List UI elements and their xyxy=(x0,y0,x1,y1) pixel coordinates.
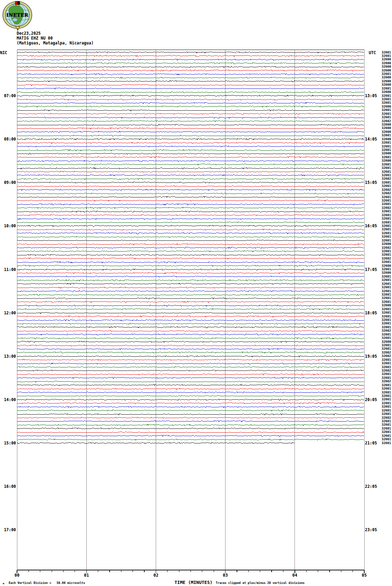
row-sample-count: 32602 xyxy=(382,177,392,180)
trace-row xyxy=(17,262,364,263)
right-hour-label: 20:05 xyxy=(365,397,380,402)
row-sample-count: 32601 xyxy=(382,261,392,264)
trace-row xyxy=(17,186,364,187)
trace-row xyxy=(17,160,364,162)
row-sample-count: 32602 xyxy=(382,329,392,332)
trace-row xyxy=(17,388,364,390)
trace-row xyxy=(17,395,364,397)
trace-row xyxy=(17,417,364,418)
trace-row xyxy=(17,290,364,292)
row-sample-count: 32601 xyxy=(382,358,392,362)
row-sample-count: 32601 xyxy=(382,311,392,314)
trace-row xyxy=(17,135,364,136)
row-sample-count: 32600 xyxy=(382,65,392,68)
trace-row xyxy=(17,348,364,350)
trace-row xyxy=(17,341,364,342)
trace-row xyxy=(17,410,364,411)
row-sample-count: 32601 xyxy=(382,315,392,318)
trace-row xyxy=(17,164,364,165)
right-hour-label: 22:05 xyxy=(365,484,380,489)
row-sample-count: 32601 xyxy=(382,199,392,202)
row-sample-count: 32602 xyxy=(382,257,392,260)
trace-row xyxy=(17,308,364,310)
x-tick-label: 05 xyxy=(360,573,369,578)
row-sample-count: 32601 xyxy=(382,235,392,238)
trace-row xyxy=(17,193,364,194)
row-sample-count: 32600 xyxy=(382,91,392,94)
trace-row xyxy=(17,150,364,151)
row-sample-count: 32600 xyxy=(382,83,392,86)
row-sample-count: 32601 xyxy=(382,322,392,325)
row-sample-count: 32600 xyxy=(382,127,392,130)
row-sample-count: 32600 xyxy=(382,76,392,79)
trace-row xyxy=(17,214,364,216)
trace-row xyxy=(17,250,364,252)
row-sample-count: 32601 xyxy=(382,253,392,256)
trace-row xyxy=(17,240,364,241)
trace-row xyxy=(17,356,364,357)
x-tick-label: 03 xyxy=(221,573,230,578)
row-sample-count: 32601 xyxy=(382,174,392,177)
right-hour-label: 14:05 xyxy=(365,137,380,142)
trace-row xyxy=(17,189,364,190)
row-sample-count: 32601 xyxy=(382,398,392,401)
row-sample-count: 32602 xyxy=(382,246,392,249)
right-hour-label: 17:05 xyxy=(365,267,380,272)
row-sample-count: 32601 xyxy=(382,290,392,293)
right-hour-label: 16:05 xyxy=(365,223,380,228)
trace-row xyxy=(17,117,364,118)
row-sample-count: 32602 xyxy=(382,369,392,372)
row-sample-count: 32600 xyxy=(382,159,392,162)
trace-row xyxy=(17,182,364,183)
scale-note: Each Vertical Division = 50.00 microvolt… xyxy=(9,581,85,585)
row-sample-count: 32601 xyxy=(382,217,392,220)
x-tick-label: 01 xyxy=(82,573,91,578)
trace-row xyxy=(17,88,364,89)
clip-note: Traces clipped at plus/minus 20 vertical… xyxy=(216,581,305,585)
trace-row xyxy=(17,320,364,321)
row-sample-count: 32601 xyxy=(382,384,392,387)
row-sample-count: 32601 xyxy=(382,134,392,137)
trace-row xyxy=(17,258,364,259)
row-sample-count: 32601 xyxy=(382,423,392,426)
trace-row xyxy=(17,244,364,245)
row-sample-count: 32601 xyxy=(382,167,392,170)
row-sample-count: 32601 xyxy=(382,394,392,398)
row-sample-count: 32601 xyxy=(382,405,392,408)
trace-row xyxy=(17,312,364,314)
row-sample-count: 32601 xyxy=(382,279,392,282)
trace-row xyxy=(17,424,364,426)
row-sample-count: 32601 xyxy=(382,337,392,340)
row-sample-count: 32601 xyxy=(382,402,392,405)
row-sample-count: 32601 xyxy=(382,391,392,394)
trace-row xyxy=(17,236,364,238)
trace-row xyxy=(17,146,364,147)
row-sample-count: 32602 xyxy=(382,351,392,354)
row-sample-count: 32601 xyxy=(382,228,392,231)
trace-row xyxy=(17,232,364,234)
trace-row xyxy=(17,399,364,400)
row-sample-count: 32601 xyxy=(382,54,392,58)
row-sample-count: 32601 xyxy=(382,145,392,148)
left-hour-label: 10:00 xyxy=(1,223,16,228)
row-sample-count: 32601 xyxy=(382,250,392,253)
trace-row xyxy=(17,392,364,393)
row-sample-count: 32601 xyxy=(382,373,392,376)
trace-row xyxy=(17,95,364,96)
left-hour-label: 11:00 xyxy=(1,267,16,272)
trace-row xyxy=(17,204,364,205)
trace-row xyxy=(17,74,364,75)
helicorder-plot xyxy=(0,0,392,586)
right-hour-label: 13:05 xyxy=(365,93,380,98)
trace-row xyxy=(17,359,364,360)
row-sample-count: 32601 xyxy=(382,333,392,336)
trace-row xyxy=(17,254,364,256)
row-sample-count: 32602 xyxy=(382,416,392,419)
row-sample-count: 32601 xyxy=(382,297,392,300)
row-sample-count: 32601 xyxy=(382,87,392,90)
trace-row xyxy=(17,153,364,154)
left-hour-label: 08:00 xyxy=(1,137,16,142)
trace-row xyxy=(17,62,364,64)
trace-row xyxy=(17,280,364,281)
helicorder-page: INETER Dec23,2025 MATIG EHZ NU 00 (Matig… xyxy=(0,0,392,586)
